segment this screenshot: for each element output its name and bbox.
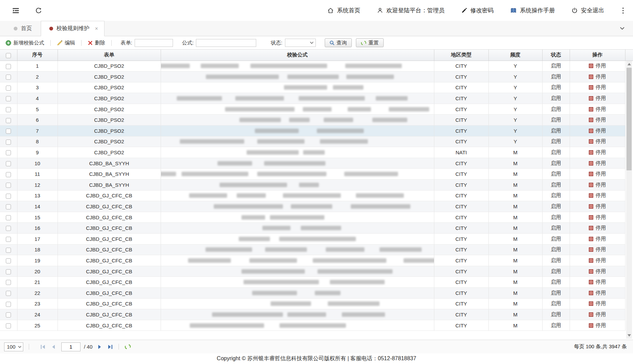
scroll-down-icon[interactable]: [626, 333, 632, 338]
row-disable-button[interactable]: 停用: [570, 126, 625, 136]
refresh-icon[interactable]: [35, 7, 42, 14]
row-frequency-cell: M: [488, 309, 542, 320]
row-checkbox[interactable]: [6, 194, 11, 199]
redacted-text-block: [291, 204, 332, 209]
row-disable-button[interactable]: 停用: [570, 147, 625, 158]
row-disable-button[interactable]: 停用: [570, 136, 625, 147]
row-disable-button[interactable]: 停用: [570, 309, 625, 320]
row-form-cell: CJBD_PSO2: [58, 115, 161, 126]
row-disable-button[interactable]: 停用: [570, 82, 625, 93]
status-select[interactable]: [285, 39, 316, 47]
row-checkbox[interactable]: [6, 215, 11, 220]
row-checkbox[interactable]: [6, 258, 11, 263]
row-checkbox[interactable]: [6, 118, 11, 123]
row-checkbox[interactable]: [6, 172, 11, 177]
row-disable-button[interactable]: 停用: [570, 158, 625, 169]
form-input[interactable]: [135, 39, 173, 47]
scroll-up-icon[interactable]: [626, 61, 632, 67]
page-number-input[interactable]: [61, 342, 80, 351]
row-checkbox[interactable]: [6, 129, 11, 134]
vertical-scrollbar[interactable]: [626, 61, 632, 339]
row-disable-button[interactable]: 停用: [570, 201, 625, 212]
row-disable-button[interactable]: 停用: [570, 180, 625, 191]
reset-button[interactable]: 重置: [356, 38, 384, 47]
nav-system-home[interactable]: 系统首页: [327, 6, 360, 14]
nav-change-password[interactable]: 修改密码: [461, 6, 494, 14]
row-form-cell: CJBD_GJ_CFC_CB: [58, 309, 161, 320]
select-all-checkbox[interactable]: [6, 53, 11, 58]
row-disable-button[interactable]: 停用: [570, 320, 625, 331]
row-checkbox[interactable]: [6, 269, 11, 274]
reload-grid-icon[interactable]: [124, 344, 131, 350]
row-checkbox[interactable]: [6, 312, 11, 317]
row-formula-redacted-cell: [161, 234, 434, 245]
row-checkbox[interactable]: [6, 248, 11, 253]
row-checkbox[interactable]: [6, 291, 11, 296]
row-disable-button[interactable]: 停用: [570, 169, 625, 180]
redacted-text-block: [182, 172, 248, 176]
scrollbar-thumb[interactable]: [626, 68, 632, 170]
pagination-bar: 100 / 40 每页 100 条,共 3947 条: [0, 340, 633, 353]
nav-welcome-user[interactable]: 欢迎登陆平台：管理员: [377, 6, 445, 14]
row-frequency-cell: M: [488, 158, 542, 169]
first-page-button[interactable]: [40, 344, 46, 349]
row-checkbox[interactable]: [6, 96, 11, 101]
row-checkbox[interactable]: [6, 237, 11, 242]
row-disable-button[interactable]: 停用: [570, 255, 625, 266]
row-disable-button[interactable]: 停用: [570, 61, 625, 72]
row-disable-button[interactable]: 停用: [570, 212, 625, 223]
tab-close-icon[interactable]: ×: [95, 26, 98, 32]
row-checkbox[interactable]: [6, 86, 11, 91]
row-disable-button[interactable]: 停用: [570, 190, 625, 201]
row-checkbox[interactable]: [6, 140, 11, 145]
row-disable-button[interactable]: 停用: [570, 72, 625, 82]
row-disable-button[interactable]: 停用: [570, 298, 625, 309]
nav-logout[interactable]: 安全退出: [571, 6, 604, 14]
row-checkbox[interactable]: [6, 226, 11, 231]
collapse-menu-icon[interactable]: [12, 7, 20, 14]
row-checkbox[interactable]: [6, 323, 11, 328]
row-disable-button[interactable]: 停用: [570, 223, 625, 234]
row-disable-button[interactable]: 停用: [570, 93, 625, 104]
select-all-cell: [0, 50, 17, 61]
next-page-button[interactable]: [98, 344, 102, 349]
row-checkbox[interactable]: [6, 75, 11, 80]
prev-page-button[interactable]: [51, 344, 55, 349]
page-size-select[interactable]: 100: [4, 342, 23, 351]
row-checkbox[interactable]: [6, 183, 11, 188]
table-row: 6 CJBD_PSO2 CITY Y 启用 停用: [0, 115, 625, 126]
row-disable-button[interactable]: 停用: [570, 287, 625, 298]
row-checkbox[interactable]: [6, 204, 11, 209]
row-disable-button[interactable]: 停用: [570, 234, 625, 245]
tab-validation-rule-maintenance[interactable]: 校验规则维护 ×: [41, 21, 104, 36]
edit-button[interactable]: 编辑: [55, 40, 76, 46]
row-checkbox[interactable]: [6, 161, 11, 166]
redacted-text-block: [161, 172, 176, 176]
more-menu-icon[interactable]: [622, 7, 624, 14]
formula-input[interactable]: [196, 39, 256, 47]
row-disable-button[interactable]: 停用: [570, 244, 625, 255]
row-disable-button[interactable]: 停用: [570, 277, 625, 288]
stop-icon: [589, 118, 593, 122]
row-disable-button[interactable]: 停用: [570, 266, 625, 277]
row-form-cell: CJBD_PSO2: [58, 82, 161, 93]
search-button[interactable]: 查询: [325, 38, 352, 47]
row-checkbox[interactable]: [6, 107, 11, 112]
row-disable-button[interactable]: 停用: [570, 115, 625, 126]
row-checkbox[interactable]: [6, 150, 11, 155]
row-checkbox[interactable]: [6, 280, 11, 285]
row-disable-button[interactable]: 停用: [570, 104, 625, 115]
redacted-text-block: [380, 247, 422, 252]
delete-button[interactable]: 删除: [86, 40, 107, 46]
row-checkbox[interactable]: [6, 302, 11, 307]
tab-home[interactable]: 首页: [5, 21, 41, 36]
separator: [81, 40, 82, 46]
row-checkbox[interactable]: [6, 64, 11, 69]
row-formula-redacted-cell: [161, 223, 434, 234]
row-frequency-cell: M: [488, 169, 542, 180]
form-field-label: 表单:: [121, 40, 132, 46]
tabbar-chevron-down-icon[interactable]: [620, 25, 625, 31]
last-page-button[interactable]: [108, 344, 113, 349]
nav-system-manual[interactable]: 系统操作手册: [510, 6, 555, 14]
add-formula-button[interactable]: 新增校验公式: [4, 40, 46, 46]
